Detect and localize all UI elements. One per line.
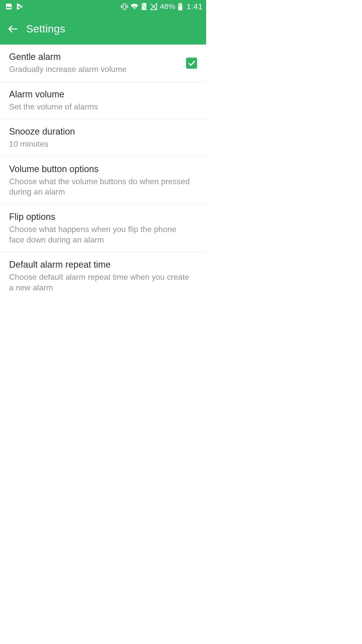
setting-title: Gentle alarm xyxy=(9,52,181,62)
setting-title: Alarm volume xyxy=(9,89,192,100)
status-left-icons xyxy=(5,3,24,10)
settings-list: Gentle alarm Gradually increase alarm vo… xyxy=(0,45,206,367)
no-sd-icon xyxy=(141,3,147,10)
setting-title: Snooze duration xyxy=(9,126,192,137)
check-icon xyxy=(187,59,196,67)
status-right-icons: 48% 1:41 xyxy=(121,2,203,11)
no-signal-icon xyxy=(150,3,157,10)
status-bar: 48% 1:41 xyxy=(0,0,206,13)
app-bar: Settings xyxy=(0,13,206,45)
svg-rect-11 xyxy=(178,7,182,10)
picture-icon xyxy=(5,3,13,10)
setting-gentle-alarm[interactable]: Gentle alarm Gradually increase alarm vo… xyxy=(0,45,206,82)
setting-subtitle: Gradually increase alarm volume xyxy=(9,64,181,75)
setting-snooze-duration[interactable]: Snooze duration 10 minutes xyxy=(0,119,206,157)
svg-rect-1 xyxy=(123,4,126,10)
setting-subtitle: Set the volume of alarms xyxy=(9,102,192,112)
back-arrow-icon[interactable] xyxy=(8,24,18,34)
setting-title: Default alarm repeat time xyxy=(9,259,192,270)
setting-title: Volume button options xyxy=(9,164,192,174)
svg-rect-10 xyxy=(179,3,181,4)
setting-subtitle: Choose what the volume buttons do when p… xyxy=(9,176,192,197)
setting-subtitle: 10 minutes xyxy=(9,139,192,149)
vibrate-icon xyxy=(121,3,128,10)
setting-default-repeat-time[interactable]: Default alarm repeat time Choose default… xyxy=(0,252,206,300)
screen: 48% 1:41 Settings Gentle alarm Gradually… xyxy=(0,0,206,367)
setting-flip-options[interactable]: Flip options Choose what happens when yo… xyxy=(0,205,206,252)
play-store-icon xyxy=(16,3,24,10)
svg-rect-0 xyxy=(6,4,12,10)
battery-icon xyxy=(178,3,183,10)
page-title: Settings xyxy=(26,23,65,35)
setting-title: Flip options xyxy=(9,212,192,222)
battery-percent: 48% xyxy=(160,2,175,11)
status-clock: 1:41 xyxy=(187,2,203,11)
wifi-icon xyxy=(131,3,138,10)
setting-subtitle: Choose what happens when you flip the ph… xyxy=(9,224,192,245)
setting-volume-button-options[interactable]: Volume button options Choose what the vo… xyxy=(0,157,206,205)
gentle-alarm-checkbox[interactable] xyxy=(186,58,197,69)
setting-alarm-volume[interactable]: Alarm volume Set the volume of alarms xyxy=(0,82,206,119)
setting-subtitle: Choose default alarm repeat time when yo… xyxy=(9,272,192,293)
